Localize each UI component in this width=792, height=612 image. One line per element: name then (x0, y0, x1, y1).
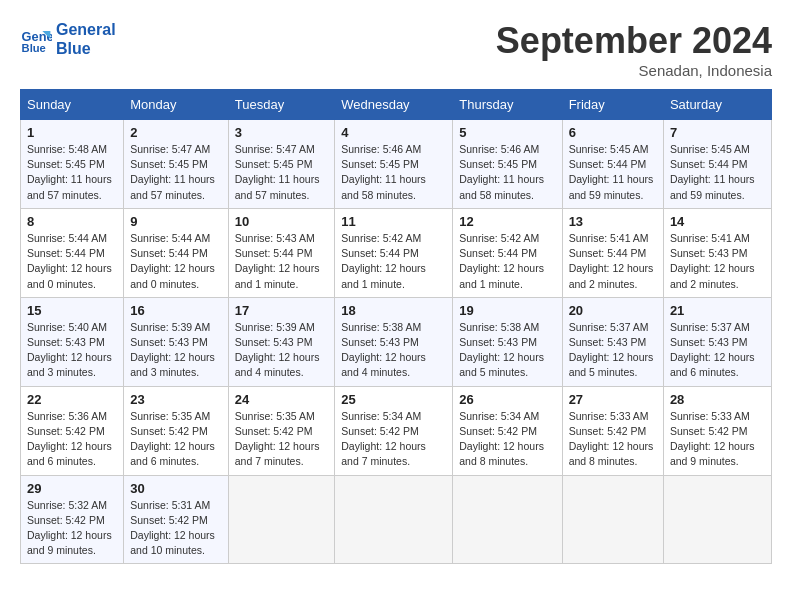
day-of-week-header: Monday (124, 90, 229, 120)
calendar-cell: 1Sunrise: 5:48 AMSunset: 5:45 PMDaylight… (21, 120, 124, 209)
day-number: 14 (670, 214, 765, 229)
logo-line2: Blue (56, 39, 116, 58)
day-number: 21 (670, 303, 765, 318)
logo-line1: General (56, 20, 116, 39)
day-info: Sunrise: 5:41 AMSunset: 5:43 PMDaylight:… (670, 231, 765, 292)
svg-text:Blue: Blue (22, 42, 46, 54)
location-subtitle: Senadan, Indonesia (496, 62, 772, 79)
calendar-header-row: SundayMondayTuesdayWednesdayThursdayFrid… (21, 90, 772, 120)
day-number: 25 (341, 392, 446, 407)
day-info: Sunrise: 5:32 AMSunset: 5:42 PMDaylight:… (27, 498, 117, 559)
day-number: 27 (569, 392, 657, 407)
day-number: 2 (130, 125, 222, 140)
day-of-week-header: Wednesday (335, 90, 453, 120)
calendar-table: SundayMondayTuesdayWednesdayThursdayFrid… (20, 89, 772, 564)
day-info: Sunrise: 5:35 AMSunset: 5:42 PMDaylight:… (235, 409, 328, 470)
day-info: Sunrise: 5:33 AMSunset: 5:42 PMDaylight:… (670, 409, 765, 470)
calendar-cell: 15Sunrise: 5:40 AMSunset: 5:43 PMDayligh… (21, 297, 124, 386)
day-number: 6 (569, 125, 657, 140)
day-info: Sunrise: 5:45 AMSunset: 5:44 PMDaylight:… (569, 142, 657, 203)
day-info: Sunrise: 5:43 AMSunset: 5:44 PMDaylight:… (235, 231, 328, 292)
calendar-week-row: 22Sunrise: 5:36 AMSunset: 5:42 PMDayligh… (21, 386, 772, 475)
day-number: 12 (459, 214, 555, 229)
day-info: Sunrise: 5:37 AMSunset: 5:43 PMDaylight:… (670, 320, 765, 381)
calendar-week-row: 29Sunrise: 5:32 AMSunset: 5:42 PMDayligh… (21, 475, 772, 564)
calendar-cell: 10Sunrise: 5:43 AMSunset: 5:44 PMDayligh… (228, 208, 334, 297)
day-of-week-header: Sunday (21, 90, 124, 120)
calendar-cell: 3Sunrise: 5:47 AMSunset: 5:45 PMDaylight… (228, 120, 334, 209)
day-number: 10 (235, 214, 328, 229)
calendar-cell: 14Sunrise: 5:41 AMSunset: 5:43 PMDayligh… (663, 208, 771, 297)
calendar-body: 1Sunrise: 5:48 AMSunset: 5:45 PMDaylight… (21, 120, 772, 564)
day-number: 9 (130, 214, 222, 229)
day-info: Sunrise: 5:34 AMSunset: 5:42 PMDaylight:… (341, 409, 446, 470)
day-of-week-header: Thursday (453, 90, 562, 120)
day-info: Sunrise: 5:34 AMSunset: 5:42 PMDaylight:… (459, 409, 555, 470)
month-title: September 2024 (496, 20, 772, 62)
calendar-cell: 21Sunrise: 5:37 AMSunset: 5:43 PMDayligh… (663, 297, 771, 386)
day-number: 29 (27, 481, 117, 496)
day-info: Sunrise: 5:31 AMSunset: 5:42 PMDaylight:… (130, 498, 222, 559)
day-info: Sunrise: 5:46 AMSunset: 5:45 PMDaylight:… (341, 142, 446, 203)
calendar-cell: 25Sunrise: 5:34 AMSunset: 5:42 PMDayligh… (335, 386, 453, 475)
day-number: 4 (341, 125, 446, 140)
day-number: 3 (235, 125, 328, 140)
logo: General Blue General Blue (20, 20, 116, 58)
day-number: 30 (130, 481, 222, 496)
day-of-week-header: Friday (562, 90, 663, 120)
calendar-cell: 20Sunrise: 5:37 AMSunset: 5:43 PMDayligh… (562, 297, 663, 386)
calendar-cell (335, 475, 453, 564)
day-info: Sunrise: 5:47 AMSunset: 5:45 PMDaylight:… (130, 142, 222, 203)
calendar-cell: 27Sunrise: 5:33 AMSunset: 5:42 PMDayligh… (562, 386, 663, 475)
calendar-cell: 4Sunrise: 5:46 AMSunset: 5:45 PMDaylight… (335, 120, 453, 209)
calendar-week-row: 1Sunrise: 5:48 AMSunset: 5:45 PMDaylight… (21, 120, 772, 209)
day-number: 23 (130, 392, 222, 407)
day-number: 8 (27, 214, 117, 229)
day-info: Sunrise: 5:44 AMSunset: 5:44 PMDaylight:… (130, 231, 222, 292)
day-info: Sunrise: 5:35 AMSunset: 5:42 PMDaylight:… (130, 409, 222, 470)
calendar-cell: 24Sunrise: 5:35 AMSunset: 5:42 PMDayligh… (228, 386, 334, 475)
page-header: General Blue General Blue September 2024… (20, 20, 772, 79)
day-info: Sunrise: 5:42 AMSunset: 5:44 PMDaylight:… (341, 231, 446, 292)
calendar-cell (562, 475, 663, 564)
calendar-cell: 22Sunrise: 5:36 AMSunset: 5:42 PMDayligh… (21, 386, 124, 475)
calendar-cell: 7Sunrise: 5:45 AMSunset: 5:44 PMDaylight… (663, 120, 771, 209)
day-number: 1 (27, 125, 117, 140)
day-info: Sunrise: 5:45 AMSunset: 5:44 PMDaylight:… (670, 142, 765, 203)
calendar-cell (453, 475, 562, 564)
day-number: 19 (459, 303, 555, 318)
calendar-cell (663, 475, 771, 564)
logo-icon: General Blue (20, 23, 52, 55)
calendar-cell: 2Sunrise: 5:47 AMSunset: 5:45 PMDaylight… (124, 120, 229, 209)
day-info: Sunrise: 5:36 AMSunset: 5:42 PMDaylight:… (27, 409, 117, 470)
day-number: 5 (459, 125, 555, 140)
calendar-week-row: 8Sunrise: 5:44 AMSunset: 5:44 PMDaylight… (21, 208, 772, 297)
calendar-cell: 12Sunrise: 5:42 AMSunset: 5:44 PMDayligh… (453, 208, 562, 297)
day-number: 28 (670, 392, 765, 407)
day-info: Sunrise: 5:46 AMSunset: 5:45 PMDaylight:… (459, 142, 555, 203)
calendar-cell (228, 475, 334, 564)
calendar-cell: 5Sunrise: 5:46 AMSunset: 5:45 PMDaylight… (453, 120, 562, 209)
calendar-cell: 9Sunrise: 5:44 AMSunset: 5:44 PMDaylight… (124, 208, 229, 297)
calendar-cell: 16Sunrise: 5:39 AMSunset: 5:43 PMDayligh… (124, 297, 229, 386)
day-info: Sunrise: 5:40 AMSunset: 5:43 PMDaylight:… (27, 320, 117, 381)
calendar-cell: 11Sunrise: 5:42 AMSunset: 5:44 PMDayligh… (335, 208, 453, 297)
day-info: Sunrise: 5:39 AMSunset: 5:43 PMDaylight:… (130, 320, 222, 381)
day-info: Sunrise: 5:38 AMSunset: 5:43 PMDaylight:… (459, 320, 555, 381)
calendar-cell: 19Sunrise: 5:38 AMSunset: 5:43 PMDayligh… (453, 297, 562, 386)
calendar-cell: 29Sunrise: 5:32 AMSunset: 5:42 PMDayligh… (21, 475, 124, 564)
calendar-cell: 23Sunrise: 5:35 AMSunset: 5:42 PMDayligh… (124, 386, 229, 475)
calendar-cell: 8Sunrise: 5:44 AMSunset: 5:44 PMDaylight… (21, 208, 124, 297)
calendar-cell: 18Sunrise: 5:38 AMSunset: 5:43 PMDayligh… (335, 297, 453, 386)
calendar-cell: 26Sunrise: 5:34 AMSunset: 5:42 PMDayligh… (453, 386, 562, 475)
day-number: 15 (27, 303, 117, 318)
calendar-cell: 13Sunrise: 5:41 AMSunset: 5:44 PMDayligh… (562, 208, 663, 297)
day-info: Sunrise: 5:47 AMSunset: 5:45 PMDaylight:… (235, 142, 328, 203)
calendar-cell: 17Sunrise: 5:39 AMSunset: 5:43 PMDayligh… (228, 297, 334, 386)
day-number: 16 (130, 303, 222, 318)
day-number: 13 (569, 214, 657, 229)
day-number: 17 (235, 303, 328, 318)
day-info: Sunrise: 5:42 AMSunset: 5:44 PMDaylight:… (459, 231, 555, 292)
day-number: 22 (27, 392, 117, 407)
day-of-week-header: Saturday (663, 90, 771, 120)
